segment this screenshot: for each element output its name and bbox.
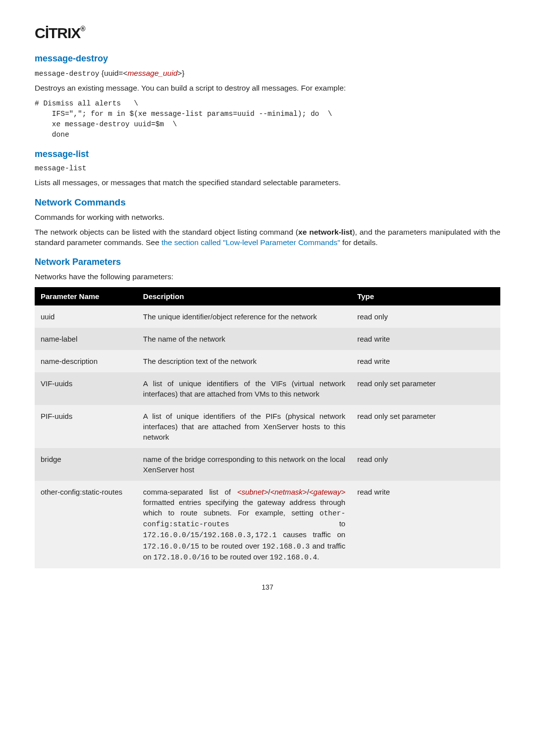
param-gateway: <gateway> [309, 488, 345, 496]
message-list-description: Lists all messages, or messages that mat… [35, 177, 500, 188]
table-row: PIF-uuids A list of unique identifiers o… [35, 405, 500, 448]
cell-type: read only set parameter [351, 405, 500, 448]
header-type: Type [351, 287, 500, 305]
logo-trademark: ® [80, 25, 85, 33]
heading-message-list: message-list [35, 149, 500, 159]
message-list-command: message-list [35, 163, 500, 173]
heading-network-commands: Network Commands [35, 197, 500, 208]
header-description: Description [137, 287, 351, 305]
cell-desc: A list of unique identifiers of the VIFs… [137, 372, 351, 405]
citrix-logo: CİTRIX® [35, 25, 500, 42]
table-row: bridge name of the bridge corresponding … [35, 448, 500, 481]
table-row: uuid The unique identifier/object refere… [35, 305, 500, 328]
message-destroy-command: message-destroy {uuid=<message_uuid>} [35, 68, 500, 79]
cell-name: name-description [35, 350, 137, 372]
heading-network-parameters: Network Parameters [35, 257, 500, 267]
param-message-uuid: message_uuid [127, 69, 177, 77]
table-row: other-config:static-routes comma-separat… [35, 481, 500, 568]
page-number: 137 [35, 583, 500, 591]
cell-name: VIF-uuids [35, 372, 137, 405]
cell-desc: A list of unique identifiers of the PIFs… [137, 405, 351, 448]
cmd-text: message-destroy [35, 70, 100, 78]
header-parameter-name: Parameter Name [35, 287, 137, 305]
table-row: name-description The description text of… [35, 350, 500, 372]
link-low-level-parameter-commands[interactable]: the section called "Low-level Parameter … [161, 238, 340, 247]
param-netmask: <netmask> [270, 488, 307, 496]
message-destroy-codeblock: # Dismiss all alerts \ IFS=","; for m in… [35, 99, 500, 140]
cell-desc: The name of the network [137, 328, 351, 350]
cell-name: bridge [35, 448, 137, 481]
table-row: name-label The name of the network read … [35, 328, 500, 350]
param-subnet: <subnet> [237, 488, 268, 496]
table-row: VIF-uuids A list of unique identifiers o… [35, 372, 500, 405]
logo-text: CİTRIX [35, 25, 80, 41]
cell-desc: The description text of the network [137, 350, 351, 372]
bold-xe-network-list: xe network-list [298, 228, 352, 236]
cell-name: uuid [35, 305, 137, 328]
cell-type: read write [351, 481, 500, 568]
network-commands-description: Commands for working with networks. [35, 212, 500, 223]
table-header-row: Parameter Name Description Type [35, 287, 500, 305]
cell-desc: The unique identifier/object reference f… [137, 305, 351, 328]
cell-type: read write [351, 350, 500, 372]
network-commands-paragraph2: The network objects can be listed with t… [35, 227, 500, 248]
page-container: CİTRIX® message-destroy message-destroy … [0, 0, 535, 606]
network-parameters-table: Parameter Name Description Type uuid The… [35, 287, 500, 568]
cell-type: read only set parameter [351, 372, 500, 405]
cell-type: read only [351, 305, 500, 328]
network-parameters-description: Networks have the following parameters: [35, 271, 500, 282]
cell-type: read write [351, 328, 500, 350]
cell-name: PIF-uuids [35, 405, 137, 448]
cell-name: name-label [35, 328, 137, 350]
heading-message-destroy: message-destroy [35, 53, 500, 64]
cell-type: read only [351, 448, 500, 481]
message-destroy-description: Destroys an existing message. You can bu… [35, 83, 500, 94]
cell-name: other-config:static-routes [35, 481, 137, 568]
cell-desc: comma-separated list of <subnet>/<netmas… [137, 481, 351, 568]
cell-desc: name of the bridge corresponding to this… [137, 448, 351, 481]
